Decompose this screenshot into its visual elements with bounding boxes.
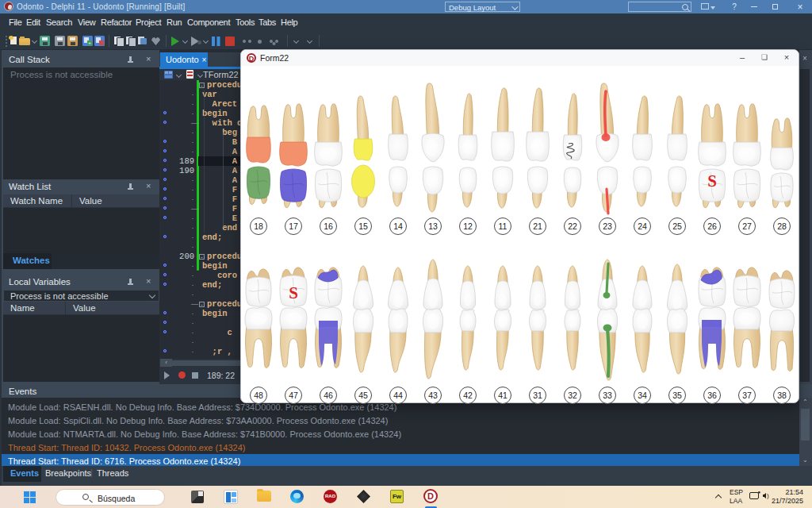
- svg-text:37: 37: [742, 391, 752, 400]
- svg-text:47: 47: [289, 391, 298, 400]
- svg-text:18: 18: [254, 221, 263, 231]
- svg-text:44: 44: [393, 391, 403, 400]
- svg-text:43: 43: [428, 391, 438, 400]
- svg-text:21: 21: [533, 221, 542, 231]
- svg-text:35: 35: [672, 391, 682, 400]
- svg-text:15: 15: [358, 221, 368, 231]
- svg-text:31: 31: [533, 391, 542, 400]
- svg-text:45: 45: [358, 391, 368, 400]
- svg-text:24: 24: [638, 221, 647, 231]
- svg-text:34: 34: [638, 391, 647, 400]
- svg-text:32: 32: [568, 391, 577, 400]
- svg-text:12: 12: [463, 221, 473, 231]
- svg-text:17: 17: [289, 221, 298, 231]
- svg-text:28: 28: [777, 221, 787, 231]
- svg-text:16: 16: [324, 221, 333, 231]
- svg-text:14: 14: [393, 221, 403, 231]
- svg-text:48: 48: [254, 391, 263, 400]
- svg-text:23: 23: [603, 221, 612, 231]
- svg-text:38: 38: [777, 391, 787, 400]
- svg-text:41: 41: [498, 391, 508, 400]
- svg-text:S: S: [707, 171, 717, 190]
- svg-text:27: 27: [742, 221, 752, 231]
- svg-text:36: 36: [707, 391, 717, 400]
- svg-text:42: 42: [463, 391, 473, 400]
- svg-text:13: 13: [428, 221, 438, 231]
- svg-text:S: S: [289, 283, 298, 302]
- svg-text:46: 46: [324, 391, 333, 400]
- svg-text:22: 22: [568, 221, 577, 231]
- svg-text:11: 11: [499, 221, 508, 231]
- svg-text:26: 26: [707, 221, 717, 231]
- svg-text:25: 25: [672, 221, 682, 231]
- svg-text:33: 33: [603, 391, 612, 400]
